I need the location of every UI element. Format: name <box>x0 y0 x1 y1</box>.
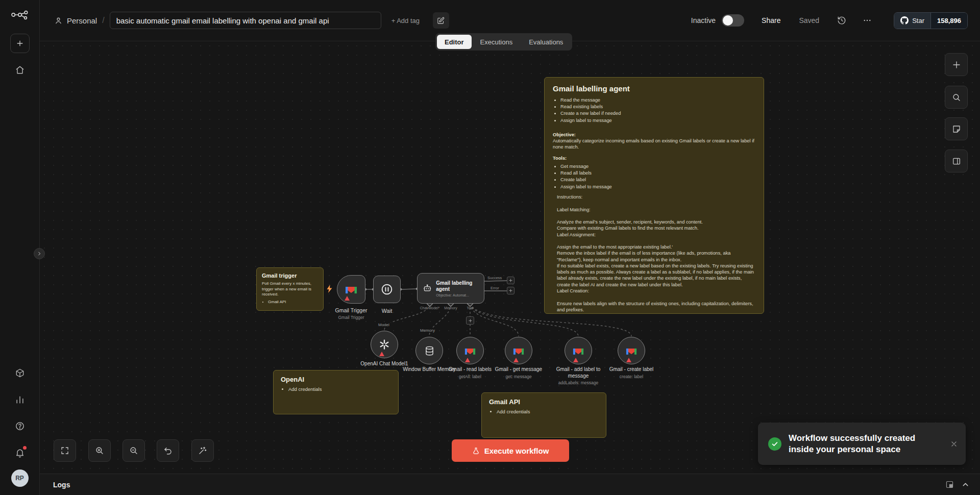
workflow-canvas[interactable]: Gmail labelling agent Read the message R… <box>40 41 980 474</box>
sidebar-item-notifications[interactable] <box>10 443 30 462</box>
share-button[interactable]: Share <box>762 16 780 24</box>
fit-view-button[interactable] <box>54 439 76 462</box>
add-node-success-button[interactable] <box>507 277 514 284</box>
sticky-bullet: Add credentials <box>497 409 599 414</box>
sticky-text: Poll Gmail every x minutes, trigger when… <box>262 281 318 297</box>
sticky-note-openai[interactable]: OpenAI Add credentials <box>273 370 399 414</box>
gmail-icon <box>513 346 524 355</box>
node-gmail-create-label[interactable] <box>618 337 645 364</box>
node-openai-chat-model[interactable] <box>371 331 398 358</box>
sticky-bullet: Add credentials <box>288 386 391 392</box>
add-workflow-button[interactable] <box>10 34 30 53</box>
edit-title-button[interactable] <box>433 12 449 29</box>
sticky-title: Gmail API <box>489 398 599 406</box>
n8n-logo-icon <box>10 9 30 22</box>
breadcrumb-project[interactable]: Personal <box>54 16 97 25</box>
sidebar-item-templates[interactable] <box>10 363 30 383</box>
sticky-bullet: Create label <box>560 177 755 183</box>
sticky-bullet: Gmail API <box>268 300 318 305</box>
search-button[interactable] <box>945 86 968 109</box>
node-label: OpenAI Chat Model1 <box>354 361 415 367</box>
add-node-button[interactable] <box>945 53 968 76</box>
sticky-note-trigger[interactable]: Gmail trigger Poll Gmail every x minutes… <box>256 267 324 311</box>
expand-logs-button[interactable] <box>961 480 970 489</box>
sticky-bullet: Create a new label if needed <box>560 110 755 116</box>
popout-icon <box>945 480 954 489</box>
node-window-buffer-memory[interactable] <box>415 337 443 364</box>
zoom-out-button[interactable] <box>122 439 145 462</box>
history-icon <box>837 16 846 25</box>
sidebar-item-help[interactable] <box>10 416 30 436</box>
tidy-up-button[interactable] <box>191 439 214 462</box>
history-button[interactable] <box>835 13 849 28</box>
sidebar-item-insights[interactable] <box>10 390 30 409</box>
avatar[interactable]: RP <box>11 469 29 487</box>
note-icon <box>952 125 961 134</box>
warning-icon <box>573 358 578 362</box>
tab-executions[interactable]: Executions <box>473 35 521 49</box>
node-gmail-trigger[interactable] <box>337 275 365 304</box>
plus-icon <box>468 318 473 323</box>
layout-panel-icon <box>952 157 961 166</box>
tab-editor[interactable]: Editor <box>437 35 472 49</box>
github-star-widget[interactable]: Star 158,896 <box>894 12 968 29</box>
execute-workflow-button[interactable]: Execute workflow <box>452 439 569 462</box>
logs-panel-header[interactable]: Logs <box>40 474 980 495</box>
saved-status: Saved <box>799 16 819 24</box>
pause-icon <box>380 283 394 296</box>
robot-icon <box>423 283 432 294</box>
add-node-error-button[interactable] <box>507 287 514 294</box>
database-icon <box>424 345 435 356</box>
star-label: Star <box>912 17 924 24</box>
open-logs-window-button[interactable] <box>945 480 954 489</box>
agent-node-title: Gmail labelling agent <box>436 280 479 292</box>
github-icon <box>900 16 909 24</box>
node-label: Gmail - get message get: message <box>488 366 549 379</box>
warning-icon <box>345 296 350 301</box>
workflow-title-input[interactable] <box>110 12 381 29</box>
more-menu-button[interactable] <box>860 13 874 28</box>
chevron-up-icon <box>961 480 970 489</box>
warning-icon <box>513 358 519 362</box>
node-gmail-read-labels[interactable] <box>456 337 484 364</box>
sidebar: RP <box>0 0 40 495</box>
undo-button[interactable] <box>157 439 179 462</box>
node-wait[interactable] <box>373 276 401 303</box>
connection-label-memory: Memory <box>419 328 436 333</box>
gmail-icon <box>626 346 637 355</box>
sticky-heading: Objective: <box>553 132 755 138</box>
magic-wand-icon <box>198 446 207 455</box>
plus-icon <box>508 278 513 283</box>
logs-label: Logs <box>53 481 70 489</box>
node-gmail-labelling-agent[interactable]: Gmail labelling agent Objective: Automat… <box>417 273 484 304</box>
search-icon <box>952 93 961 102</box>
node-label: Gmail - create label create: label <box>601 366 662 379</box>
active-toggle[interactable] <box>722 14 744 27</box>
warning-icon <box>379 352 384 356</box>
bar-chart-icon <box>15 394 25 405</box>
node-label: Window Buffer Memory <box>399 366 460 373</box>
sticky-note-button[interactable] <box>945 117 968 140</box>
add-tag-button[interactable]: + Add tag <box>391 17 420 24</box>
sticky-note-gmail-api[interactable]: Gmail API Add credentials <box>481 392 606 438</box>
sticky-note-agent[interactable]: Gmail labelling agent Read the message R… <box>544 77 764 314</box>
agent-node-subtitle: Objective: Automat... <box>436 293 479 297</box>
toggle-panel-button[interactable] <box>945 150 968 172</box>
close-icon <box>950 440 958 448</box>
trigger-bolt-icon <box>326 284 333 295</box>
node-gmail-get-message[interactable] <box>505 337 532 364</box>
zoom-in-button[interactable] <box>88 439 111 462</box>
success-check-icon <box>768 437 781 451</box>
port-label-tool: Tool <box>467 306 474 310</box>
help-icon <box>15 421 25 431</box>
node-gmail-add-label[interactable] <box>565 337 592 364</box>
toast-close-button[interactable] <box>950 440 958 448</box>
tab-evaluations[interactable]: Evaluations <box>521 35 571 49</box>
github-star-button[interactable]: Star <box>894 13 930 29</box>
toast-notification: Workflow successfully created inside you… <box>758 423 966 465</box>
node-label: Gmail Trigger Gmail Trigger <box>321 307 382 320</box>
gmail-icon <box>464 346 476 355</box>
expand-sidebar-button[interactable] <box>34 248 45 259</box>
add-tool-button[interactable] <box>466 316 474 325</box>
sidebar-item-home[interactable] <box>10 60 30 80</box>
